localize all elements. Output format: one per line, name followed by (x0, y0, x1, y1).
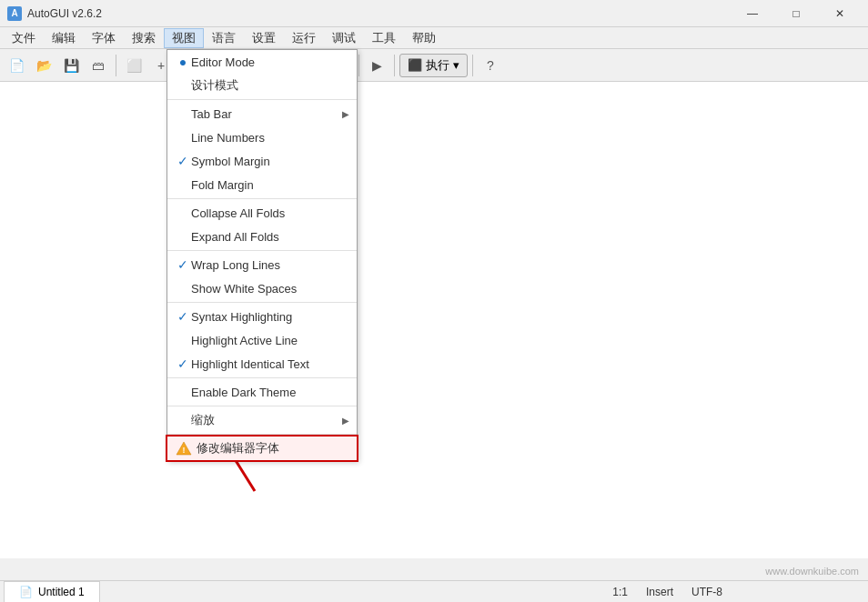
check-highlight-identical: ✓ (175, 356, 191, 371)
encoding: UTF-8 (691, 586, 722, 598)
label-wrap-long-lines: Wrap Long Lines (191, 258, 349, 272)
menu-language[interactable]: 语言 (204, 28, 244, 48)
menu-debug[interactable]: 调试 (324, 28, 364, 48)
check-editor-mode: ● (175, 55, 191, 69)
save-file-button[interactable]: 💾 (58, 53, 84, 78)
arrow-tab-bar: ▶ (342, 109, 349, 119)
sep-6 (167, 406, 357, 406)
menu-item-modify-editor-font[interactable]: ! 修改编辑器字体 (167, 436, 357, 460)
label-line-numbers: Line Numbers (191, 131, 349, 145)
tab-icon: 📄 (19, 586, 33, 598)
menu-item-tab-bar[interactable]: Tab Bar ▶ (167, 102, 357, 125)
toolbar-sep-1 (116, 55, 116, 76)
label-tab-bar: Tab Bar (191, 107, 342, 121)
warning-icon: ! (175, 441, 193, 456)
new-tab-button[interactable]: ⬜ (121, 53, 146, 78)
view-dropdown-menu: ● Editor Mode 设计模式 Tab Bar ▶ Line Number… (167, 49, 358, 461)
tab-label: Untitled 1 (38, 586, 85, 598)
open-file-button[interactable]: 📂 (31, 53, 56, 78)
menu-font[interactable]: 字体 (84, 28, 124, 48)
sep-3 (167, 250, 357, 251)
label-symbol-margin: Symbol Margin (191, 155, 349, 168)
menu-run[interactable]: 运行 (284, 28, 324, 48)
menu-bar: 文件 编辑 字体 搜索 视图 语言 设置 运行 调试 工具 帮助 (0, 27, 868, 49)
sep-5 (167, 377, 357, 378)
menu-edit[interactable]: 编辑 (44, 28, 84, 48)
menu-item-symbol-margin[interactable]: ✓ Symbol Margin (167, 149, 357, 173)
sep-1 (167, 99, 357, 100)
svg-text:!: ! (183, 446, 186, 455)
toolbar-sep-5 (394, 55, 395, 76)
play-button[interactable]: ▶ (364, 53, 389, 78)
menu-view[interactable]: 视图 (164, 28, 204, 48)
label-editor-mode: Editor Mode (191, 55, 349, 69)
cursor-position: 1:1 (612, 586, 628, 598)
label-enable-dark-theme: Enable Dark Theme (191, 386, 349, 399)
app-title: AutoGUI v2.6.2 (27, 7, 732, 20)
label-highlight-active-line: Highlight Active Line (191, 334, 349, 347)
watermark: www.downkuibe.com (765, 566, 859, 577)
sep-7 (167, 434, 357, 435)
menu-item-editor-mode[interactable]: ● Editor Mode (167, 50, 357, 74)
label-collapse-all-folds: Collapse All Folds (191, 206, 349, 220)
menu-file[interactable]: 文件 (4, 28, 44, 48)
new-file-button[interactable]: 📄 (4, 53, 29, 78)
label-fold-margin: Fold Margin (191, 178, 349, 192)
check-syntax-highlighting: ✓ (175, 309, 191, 324)
menu-item-design-mode[interactable]: 设计模式 (167, 74, 357, 97)
menu-item-highlight-identical-text[interactable]: ✓ Highlight Identical Text (167, 352, 357, 376)
label-design-mode: 设计模式 (191, 77, 349, 94)
menu-item-wrap-long-lines[interactable]: ✓ Wrap Long Lines (167, 253, 357, 276)
execute-label: 执行 (426, 57, 449, 74)
status-bar: 📄 Untitled 1 1:1 Insert UTF-8 (0, 580, 868, 602)
maximize-button[interactable]: □ (775, 0, 817, 27)
menu-item-show-white-spaces[interactable]: Show White Spaces (167, 276, 357, 300)
status-info: 1:1 Insert UTF-8 (612, 586, 868, 598)
menu-item-collapse-all-folds[interactable]: Collapse All Folds (167, 201, 357, 225)
label-modify-editor-font: 修改编辑器字体 (197, 440, 349, 457)
execute-arrow: ▾ (453, 58, 459, 72)
save-all-button[interactable]: 🗃 (86, 53, 111, 78)
check-symbol-margin: ✓ (175, 154, 191, 168)
menu-settings[interactable]: 设置 (244, 28, 284, 48)
label-expand-all-folds: Expand All Folds (191, 230, 349, 244)
toolbar-sep-4 (358, 55, 359, 76)
menu-item-zoom[interactable]: 缩放 ▶ (167, 408, 357, 432)
execute-button[interactable]: ⬛ 执行 ▾ (399, 54, 468, 77)
toolbar: 📄 📂 💾 🗃 ⬜ + ✂ 🔍 ⊞ ⊟ 💡 ¶ ▶ ⬛ 执行 ▾ ? (0, 49, 868, 82)
menu-tools[interactable]: 工具 (364, 28, 404, 48)
sep-4 (167, 302, 357, 303)
untitled-tab[interactable]: 📄 Untitled 1 (4, 581, 100, 603)
menu-item-fold-margin[interactable]: Fold Margin (167, 173, 357, 196)
sep-2 (167, 198, 357, 199)
menu-item-highlight-active-line[interactable]: Highlight Active Line (167, 328, 357, 352)
menu-search[interactable]: 搜索 (124, 28, 164, 48)
title-bar: A AutoGUI v2.6.2 — □ ✕ (0, 0, 868, 27)
execute-icon: ⬛ (408, 58, 422, 72)
toolbar-sep-6 (472, 55, 473, 76)
menu-item-expand-all-folds[interactable]: Expand All Folds (167, 225, 357, 248)
menu-item-syntax-highlighting[interactable]: ✓ Syntax Highlighting (167, 305, 357, 328)
label-highlight-identical-text: Highlight Identical Text (191, 357, 349, 371)
edit-mode: Insert (646, 586, 673, 598)
arrow-zoom: ▶ (342, 416, 349, 426)
label-show-white-spaces: Show White Spaces (191, 282, 349, 296)
menu-help[interactable]: 帮助 (404, 28, 444, 48)
editor-area[interactable] (0, 82, 868, 558)
label-zoom: 缩放 (191, 412, 342, 428)
window-controls: — □ ✕ (732, 0, 861, 27)
close-button[interactable]: ✕ (819, 0, 861, 27)
help-button[interactable]: ? (478, 53, 503, 78)
check-wrap-long-lines: ✓ (175, 257, 191, 272)
label-syntax-highlighting: Syntax Highlighting (191, 310, 349, 324)
app-icon: A (7, 6, 22, 21)
minimize-button[interactable]: — (732, 0, 773, 27)
menu-item-enable-dark-theme[interactable]: Enable Dark Theme (167, 380, 357, 404)
menu-item-line-numbers[interactable]: Line Numbers (167, 125, 357, 149)
